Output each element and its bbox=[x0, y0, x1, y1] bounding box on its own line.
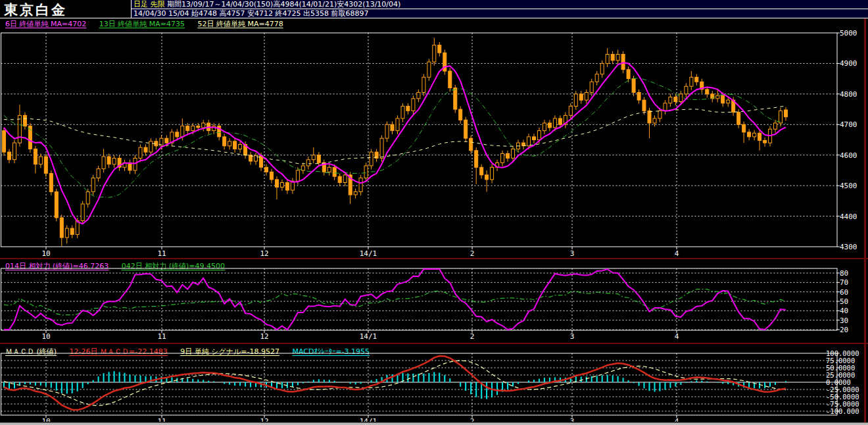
ma13-line bbox=[4, 78, 786, 198]
svg-text:20: 20 bbox=[840, 326, 848, 334]
svg-text:11: 11 bbox=[157, 249, 166, 258]
svg-text:11: 11 bbox=[157, 332, 166, 341]
svg-text:10: 10 bbox=[41, 332, 50, 341]
svg-text:12: 12 bbox=[260, 417, 268, 422]
svg-text:4700: 4700 bbox=[840, 120, 857, 129]
window-frame-right bbox=[864, 18, 866, 422]
rsi-gridlines bbox=[1, 268, 838, 330]
svg-text:10: 10 bbox=[41, 417, 50, 422]
quote-info: 日足 先限 期間13/09/17～14/04/30(150)高4984(14/0… bbox=[132, 0, 868, 18]
ma6-line bbox=[4, 63, 786, 224]
period-info-line: 日足 先限 期間13/09/17～14/04/30(150)高4984(14/0… bbox=[132, 0, 868, 9]
svg-text:12: 12 bbox=[260, 332, 268, 341]
svg-text:60: 60 bbox=[840, 288, 848, 297]
ohlc-quote-line: 14/04/30 15/04 始4748 高4757 安4712 終4725 出… bbox=[132, 9, 868, 18]
svg-text:4500: 4500 bbox=[840, 182, 857, 190]
svg-text:14/1: 14/1 bbox=[360, 249, 377, 258]
svg-text:4300: 4300 bbox=[840, 243, 857, 251]
month-axis-labels: 10111214/1234 bbox=[41, 247, 679, 258]
chart-type-label: 日足 先限 bbox=[133, 0, 165, 9]
period-range-label: 期間13/09/17～14/04/30(150)高4984(14/01/21)安… bbox=[165, 0, 401, 9]
macd-chart[interactable]: 100.000075.000050.000025.00000.0000-25.0… bbox=[0, 344, 868, 422]
svg-text:4900: 4900 bbox=[840, 59, 857, 68]
svg-text:3: 3 bbox=[570, 332, 575, 341]
svg-text:5000: 5000 bbox=[840, 29, 857, 38]
svg-text:11: 11 bbox=[157, 417, 166, 422]
svg-text:14/1: 14/1 bbox=[360, 417, 377, 422]
instrument-title: 東京白金 bbox=[0, 0, 132, 18]
rsi42-line bbox=[4, 289, 786, 315]
svg-text:3: 3 bbox=[570, 417, 575, 422]
svg-text:2: 2 bbox=[470, 332, 475, 341]
macd-line bbox=[4, 356, 786, 410]
svg-text:12: 12 bbox=[260, 249, 268, 258]
macd-axis-labels: 100.000075.000050.000025.00000.0000-25.0… bbox=[826, 349, 859, 415]
rsi14-line bbox=[4, 269, 786, 330]
svg-text:4600: 4600 bbox=[840, 151, 857, 160]
price-axis-labels: 50004900480047004600450044004300 bbox=[837, 29, 857, 251]
chart-terminal-window: 東京白金 日足 先限 期間13/09/17～14/04/30(150)高4984… bbox=[0, 0, 868, 425]
rsi-month-labels: 10111214/1234 bbox=[41, 330, 679, 341]
rsi-chart[interactable]: 8070605040302010111214/1234 bbox=[0, 259, 868, 343]
svg-text:3: 3 bbox=[570, 249, 575, 258]
svg-text:4: 4 bbox=[675, 417, 679, 422]
header: 東京白金 日足 先限 期間13/09/17～14/04/30(150)高4984… bbox=[0, 0, 868, 18]
svg-text:4: 4 bbox=[675, 249, 679, 258]
svg-text:50: 50 bbox=[840, 297, 848, 306]
status-bar-strip bbox=[0, 422, 868, 425]
svg-text:4: 4 bbox=[675, 332, 679, 341]
svg-text:10: 10 bbox=[41, 249, 50, 258]
svg-text:2: 2 bbox=[470, 249, 475, 258]
svg-text:30: 30 bbox=[840, 316, 848, 325]
macd-gridlines bbox=[1, 353, 838, 415]
svg-text:14/1: 14/1 bbox=[360, 332, 377, 341]
svg-text:70: 70 bbox=[840, 278, 848, 287]
svg-text:-100.000: -100.000 bbox=[826, 407, 859, 415]
svg-text:2: 2 bbox=[470, 417, 475, 422]
macd-signal-line bbox=[4, 361, 786, 406]
svg-text:80: 80 bbox=[840, 269, 848, 278]
svg-text:40: 40 bbox=[840, 307, 848, 315]
svg-text:4400: 4400 bbox=[840, 213, 857, 221]
svg-text:4800: 4800 bbox=[840, 90, 857, 99]
macd-month-labels: 10111214/1234 bbox=[41, 415, 679, 422]
price-chart[interactable]: 5000490048004700460045004400430010111214… bbox=[0, 26, 868, 258]
rsi-axis-labels: 80706050403020 bbox=[837, 269, 848, 334]
